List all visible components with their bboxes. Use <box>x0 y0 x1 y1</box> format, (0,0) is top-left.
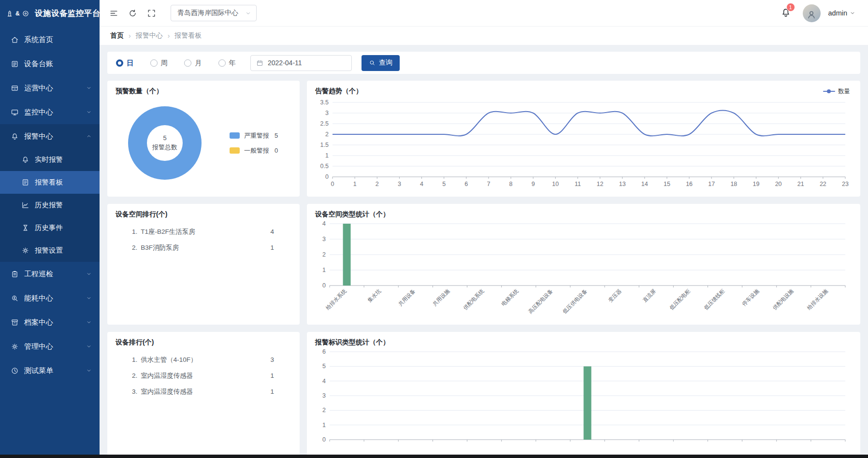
svg-text:21: 21 <box>797 181 804 187</box>
user-menu[interactable]: admin <box>828 9 856 17</box>
sidebar-item-label: 监控中心 <box>24 108 86 117</box>
sidebar-item-history-alarm[interactable]: 历史报警 <box>0 194 100 216</box>
rank-label: B3F消防泵房 <box>141 243 270 252</box>
svg-text:2: 2 <box>376 181 379 187</box>
svg-text:22: 22 <box>820 181 826 187</box>
period-radio-week[interactable]: 周 <box>150 58 168 68</box>
sidebar-item-label: 系统首页 <box>24 35 92 44</box>
sidebar-item-management[interactable]: 管理中心 <box>0 334 100 358</box>
svg-text:16: 16 <box>686 181 693 187</box>
svg-text:直流屏: 直流屏 <box>641 288 657 304</box>
date-picker[interactable]: 2022-04-11 <box>250 55 352 71</box>
sidebar-item-test-menu[interactable]: 测试菜单 <box>0 358 100 383</box>
tag-type-bar-chart-area: 0123456 <box>315 347 852 458</box>
legend-value: 5 <box>275 132 278 139</box>
space-rank-list: 1.T1座-B2F生活泵房42.B3F消防泵房1 <box>116 219 291 318</box>
caret-down-icon <box>86 368 92 373</box>
svg-text:18: 18 <box>730 181 737 187</box>
svg-text:高压配电设备: 高压配电设备 <box>527 288 554 315</box>
sidebar-item-operations[interactable]: 运营中心 <box>0 76 100 100</box>
collapse-menu-icon[interactable] <box>109 9 118 18</box>
rank-label: 室内温湿度传感器 <box>141 387 270 396</box>
notifications-button[interactable]: 1 <box>781 7 791 19</box>
svg-text:2.5: 2.5 <box>320 120 329 127</box>
svg-text:7: 7 <box>487 181 490 187</box>
svg-text:给排水系统: 给排水系统 <box>325 288 347 311</box>
ops-icon <box>11 84 19 92</box>
archive-icon <box>11 318 19 327</box>
project-select[interactable]: 青岛西海岸国际中心 <box>171 5 257 21</box>
device-rank-list: 1.供水主管（4-10F）32.室内温湿度传感器13.室内温湿度传感器1 <box>116 347 291 458</box>
svg-text:低压配电柜: 低压配电柜 <box>668 288 691 311</box>
radio-label: 日 <box>127 58 134 68</box>
sidebar-item-inspection[interactable]: 工程巡检 <box>0 262 100 286</box>
legend-item-severe: 严重警报 5 <box>230 131 278 140</box>
sidebar-item-label: 工程巡检 <box>24 270 86 279</box>
round-logo-icon <box>22 10 29 17</box>
sidebar-item-energy[interactable]: 能耗中心 <box>0 286 100 310</box>
caret-down-icon <box>86 344 92 349</box>
sidebar-item-archive[interactable]: 档案中心 <box>0 310 100 334</box>
svg-text:4: 4 <box>322 220 326 227</box>
card-title: 告警趋势（个） <box>315 87 362 96</box>
svg-text:0: 0 <box>331 181 334 187</box>
caret-down-icon <box>86 85 92 91</box>
sidebar-item-alarm-center[interactable]: 报警中心 <box>0 124 100 148</box>
rank-label: 室内温湿度传感器 <box>141 372 270 380</box>
svg-text:共用设施: 共用设施 <box>431 288 450 307</box>
avatar[interactable] <box>803 4 821 22</box>
fullscreen-icon[interactable] <box>147 9 156 18</box>
caret-down-icon <box>86 319 92 325</box>
sidebar-item-device-ledger[interactable]: 设备台账 <box>0 52 100 76</box>
svg-text:供配电设施: 供配电设施 <box>771 288 794 311</box>
svg-text:15: 15 <box>664 181 670 187</box>
rank-row: 1.供水主管（4-10F）3 <box>116 352 291 368</box>
donut-center: 5 报警总数 <box>147 125 183 161</box>
query-button[interactable]: 查询 <box>362 55 400 71</box>
sidebar-item-alarm-settings[interactable]: 报警设置 <box>0 239 100 262</box>
trend-legend[interactable]: 数量 <box>823 87 850 96</box>
caret-down-icon <box>86 295 92 301</box>
dashboard-grid: 预警数量（个） 5 报警总数 严重警报 <box>107 81 860 458</box>
app-title: 设施设备监控平台 <box>35 8 101 19</box>
legend-label: 严重警报 <box>244 131 269 140</box>
card-tag-type: 报警标识类型统计（个） 0123456 <box>307 332 860 458</box>
svg-text:低压供电设备: 低压供电设备 <box>562 288 588 315</box>
refresh-icon[interactable] <box>128 9 137 18</box>
sidebar-item-history-event[interactable]: 历史事件 <box>0 216 100 239</box>
rank-index: 2. <box>132 372 137 379</box>
svg-text:6: 6 <box>322 348 326 355</box>
svg-text:变压器: 变压器 <box>607 288 622 303</box>
app-logo: & 设施设备监控平台 <box>0 0 100 27</box>
breadcrumb-item: 报警中心 <box>136 31 163 40</box>
rank-row: 3.室内温湿度传感器1 <box>116 384 291 400</box>
sidebar: & 设施设备监控平台 系统首页设备台账运营中心监控中心报警中心实时报警报警看板历… <box>0 0 100 458</box>
rank-index: 3. <box>132 388 137 395</box>
query-button-label: 查询 <box>379 58 392 67</box>
clipboard-icon <box>11 270 19 278</box>
card-alert-trend: 告警趋势（个） 数量 00.511.522.533.50123456789101… <box>307 81 860 197</box>
sidebar-item-monitoring[interactable]: 监控中心 <box>0 100 100 124</box>
sidebar-item-realtime-alarm[interactable]: 实时报警 <box>0 148 100 171</box>
svg-text:停车设施: 停车设施 <box>741 288 760 307</box>
period-radio-year[interactable]: 年 <box>218 58 236 68</box>
rank-value: 1 <box>270 388 274 395</box>
svg-text:3.5: 3.5 <box>320 99 329 106</box>
trend-legend-label: 数量 <box>838 87 850 96</box>
svg-text:0: 0 <box>322 436 326 443</box>
legend-swatch-severe <box>230 132 240 139</box>
sidebar-item-alarm-board[interactable]: 报警看板 <box>0 171 100 194</box>
period-radio-month[interactable]: 月 <box>184 58 202 68</box>
period-radio-day[interactable]: 日 <box>116 58 134 68</box>
calendar-icon <box>256 59 263 67</box>
legend-item-normal: 一般警报 0 <box>230 146 278 155</box>
sidebar-item-label: 报警设置 <box>35 246 92 255</box>
sidebar-item-home[interactable]: 系统首页 <box>0 28 100 52</box>
card-title: 报警标识类型统计（个） <box>315 338 390 347</box>
sidebar-menu: 系统首页设备台账运营中心监控中心报警中心实时报警报警看板历史报警历史事件报警设置… <box>0 27 100 458</box>
topbar-right: 1 admin <box>781 4 856 22</box>
monitor-icon <box>11 108 19 116</box>
period-radio-group: 日 周 月 年 <box>116 58 236 68</box>
sidebar-item-label: 设备台账 <box>24 59 92 69</box>
breadcrumb-home[interactable]: 首页 <box>110 31 124 40</box>
